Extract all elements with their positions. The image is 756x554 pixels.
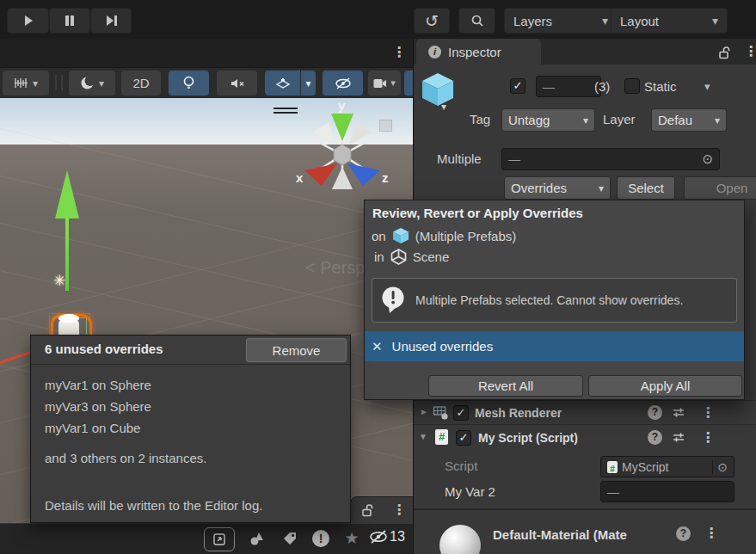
shading-mode-button[interactable]: ▾ (69, 71, 115, 95)
unlock-icon[interactable] (360, 502, 376, 518)
scene-object-cylinder-top (58, 314, 79, 323)
foldout-expanded-icon[interactable]: ▼ (419, 432, 427, 441)
warning-text: Multiple Prefabs selected. Cannot show o… (415, 293, 683, 307)
hidden-objects-counter[interactable]: 13 (368, 527, 405, 546)
multiple-value: — (508, 152, 520, 166)
static-checkbox[interactable] (624, 78, 640, 94)
chevron-down-icon: ▾ (712, 14, 718, 28)
pause-button[interactable] (49, 8, 90, 34)
pause-icon (64, 15, 76, 27)
warning-bubble-icon (379, 286, 407, 315)
effects-dropdown-button[interactable]: ▾ (301, 71, 316, 95)
component-kebab-icon[interactable]: ⋮ (701, 429, 715, 446)
select-label: Select (628, 181, 664, 195)
eye-slash-icon (335, 77, 352, 90)
audio-toggle-button[interactable] (217, 71, 257, 95)
my-var-2-field[interactable]: — (600, 481, 734, 502)
2d-toggle-button[interactable]: 2D (121, 71, 161, 95)
remove-label: Remove (273, 343, 321, 358)
static-label: Static (644, 79, 677, 94)
axis-y-label: y (338, 100, 346, 113)
perspective-label[interactable]: < Persp (305, 258, 365, 278)
grid-snap-button[interactable]: ▾ (3, 71, 49, 95)
remove-button[interactable]: Remove (246, 338, 347, 362)
active-checkbox[interactable]: ✓ (510, 78, 526, 94)
search-icon (470, 14, 484, 28)
mesh-renderer-title: Mesh Renderer (475, 406, 562, 420)
select-button[interactable]: Select (617, 176, 675, 200)
prefab-cube-icon (391, 226, 410, 245)
object-picker-icon[interactable]: ⊙ (712, 460, 728, 474)
component-enabled-checkbox[interactable]: ✓ (456, 430, 471, 446)
static-dropdown-icon[interactable]: ▾ (704, 80, 710, 93)
script-field-label: Script (445, 459, 477, 473)
multiple-label: Multiple (437, 151, 482, 166)
expand-window-button[interactable] (204, 527, 235, 551)
play-button[interactable] (7, 8, 49, 34)
unity-scene-icon (390, 249, 407, 265)
open-button[interactable]: Open (684, 176, 756, 200)
component-row-my-script[interactable]: ▼ # ✓ My Script (Script) ? ⋮ (414, 424, 756, 450)
step-button[interactable] (90, 8, 132, 34)
tab-inspector[interactable]: i Inspector (416, 39, 541, 65)
grid-snap-icon (14, 77, 28, 89)
material-kebab-icon[interactable]: ⋮ (704, 525, 718, 541)
material-header[interactable]: Default-Material (Mate ? ⋮ (414, 508, 756, 554)
tag-value: Untagg (508, 113, 550, 127)
gizmos-button-partial[interactable] (404, 71, 413, 95)
layer-dropdown[interactable]: Defau ▾ (651, 108, 727, 132)
tag-dropdown[interactable]: Untagg ▾ (501, 108, 595, 132)
unused-overrides-row-selected[interactable]: ✕ Unused overrides (365, 331, 744, 361)
component-row-mesh-renderer[interactable]: ► ✓ Mesh Renderer ? ⋮ (414, 400, 756, 425)
override-item: myVar3 on Sphere (45, 399, 151, 414)
scene-tab-menu-kebab-icon[interactable]: ⋮ (392, 44, 406, 60)
lighting-toggle-button[interactable] (169, 71, 209, 95)
move-gizmo-y-arrowhead[interactable] (55, 170, 79, 219)
gizmo-center-cube (334, 145, 351, 165)
script-object-field[interactable]: # MyScript ⊙ (600, 456, 734, 477)
close-icon[interactable]: ✕ (372, 339, 383, 354)
presets-icon[interactable] (672, 406, 686, 419)
help-icon[interactable]: ? (648, 430, 662, 445)
undo-history-button[interactable]: ↺ (414, 8, 450, 34)
scene-visibility-button[interactable] (323, 71, 363, 95)
open-label: Open (716, 181, 748, 195)
audio-muted-icon (230, 77, 245, 90)
overrides-dropdown-button[interactable]: Overrides ▾ (504, 176, 611, 200)
chevron-down-icon: ▾ (602, 14, 608, 28)
prefab-icon-dropdown-icon[interactable]: ▾ (441, 101, 446, 113)
component-enabled-checkbox[interactable]: ✓ (453, 405, 469, 421)
overlay-menu-kebab-icon[interactable]: ⋮ (392, 502, 406, 518)
help-icon[interactable]: ? (676, 526, 691, 541)
star-icon: ★ (344, 528, 359, 548)
script-icon: # (607, 461, 618, 473)
inspector-menu-kebab-icon[interactable]: ⋮ (744, 43, 756, 59)
unlock-icon[interactable] (717, 45, 733, 60)
layers-dropdown[interactable]: Layers ▾ (504, 8, 618, 34)
revert-all-button[interactable]: Revert All (428, 375, 583, 397)
play-icon (22, 15, 34, 27)
light-gizmo-icon[interactable]: ✳ (53, 272, 65, 290)
help-icon[interactable]: ? (648, 405, 662, 420)
foldout-collapsed-icon[interactable]: ► (420, 407, 428, 416)
unused-popup-header: 6 unused overrides Remove (31, 335, 350, 365)
layout-dropdown[interactable]: Layout ▾ (611, 8, 728, 34)
search-button[interactable] (458, 8, 495, 34)
camera-settings-button[interactable]: ▾ (368, 71, 401, 95)
orientation-gizmo[interactable]: y x z (292, 100, 396, 196)
effects-toggle-button[interactable] (265, 71, 300, 95)
apply-all-button[interactable]: Apply All (588, 375, 742, 397)
override-summary: and 3 others on 2 instances. (45, 451, 206, 465)
on-label: on (372, 229, 386, 243)
in-value: Scene (413, 249, 450, 264)
move-gizmo-y-shaft[interactable] (65, 217, 69, 291)
object-picker-icon[interactable]: ⊙ (702, 151, 713, 167)
presets-icon[interactable] (672, 431, 686, 444)
label-button[interactable] (277, 527, 303, 550)
alert-button[interactable]: ! (308, 527, 334, 550)
name-field[interactable]: — (536, 76, 601, 97)
favorites-button[interactable]: ★ (339, 526, 365, 549)
overlay-shapes-button[interactable] (244, 527, 270, 550)
multiple-field[interactable]: — ⊙ (501, 148, 720, 170)
component-kebab-icon[interactable]: ⋮ (701, 404, 715, 421)
